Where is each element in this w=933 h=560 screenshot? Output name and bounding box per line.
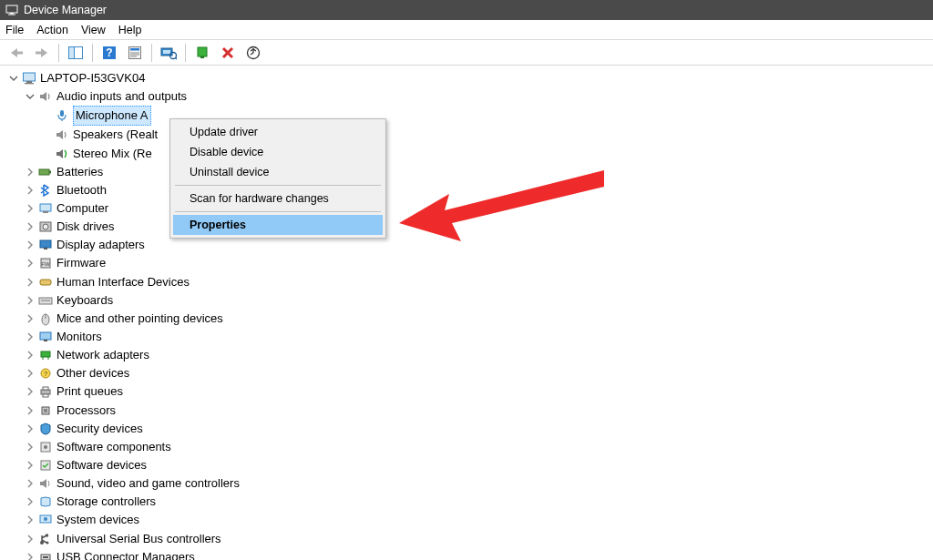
tree-category-label: Software devices (56, 456, 147, 474)
properties-toolbar-button[interactable] (124, 43, 146, 63)
chevron-right-icon[interactable] (24, 220, 36, 233)
ctx-properties[interactable]: Properties (173, 215, 383, 235)
microphone-icon (55, 108, 69, 123)
chevron-right-icon[interactable] (24, 239, 36, 251)
chevron-right-icon[interactable] (24, 459, 36, 472)
tree-category[interactable]: System devices (5, 511, 933, 529)
tree-category[interactable]: Mice and other pointing devices (5, 310, 933, 328)
chevron-right-icon[interactable] (24, 331, 36, 343)
tree-root[interactable]: LAPTOP-I53GVK04 (5, 69, 933, 87)
tree-category[interactable]: Network adapters (5, 346, 933, 364)
ctx-scan-hardware[interactable]: Scan for hardware changes (173, 188, 383, 209)
tree-category[interactable]: Display adapters (5, 236, 933, 254)
svg-rect-6 (69, 46, 75, 58)
tree-item-speakers[interactable]: ▸ Speakers (Realt (5, 126, 933, 144)
svg-rect-61 (46, 534, 48, 536)
other-icon: ? (38, 366, 53, 381)
chevron-right-icon[interactable] (24, 276, 36, 289)
tree-category[interactable]: Keyboards (5, 291, 933, 310)
tree-category[interactable]: USB Connector Managers (5, 548, 933, 560)
update-driver-button[interactable] (242, 43, 264, 63)
tree-category[interactable]: Software components (5, 438, 933, 456)
toolbar-separator (185, 44, 186, 62)
chevron-down-icon[interactable] (24, 90, 36, 103)
tree-category[interactable]: Human Interface Devices (5, 273, 933, 291)
chevron-right-icon[interactable] (24, 294, 36, 307)
tree-category[interactable]: Storage controllers (5, 493, 933, 511)
svg-rect-19 (200, 56, 204, 58)
chevron-right-icon[interactable] (24, 367, 36, 380)
tree-category[interactable]: FWFirmware (5, 254, 933, 272)
chevron-right-icon[interactable] (24, 166, 36, 178)
toolbar-separator (58, 44, 59, 62)
chevron-right-icon[interactable] (24, 312, 36, 325)
tree-category-label: Mice and other pointing devices (56, 310, 223, 328)
menu-help[interactable]: Help (118, 24, 142, 36)
enable-device-button[interactable] (191, 43, 213, 63)
tree-category[interactable]: Print queues (5, 382, 933, 401)
tree-category[interactable]: Bluetooth (5, 181, 933, 199)
window-title: Device Manager (24, 4, 107, 16)
tree-category-label: Batteries (56, 163, 103, 181)
svg-rect-25 (25, 83, 34, 84)
printer-icon (38, 384, 53, 399)
scan-hardware-button[interactable] (158, 43, 179, 63)
tree-category[interactable]: ?Other devices (5, 364, 933, 382)
tree-category-label: Monitors (56, 328, 102, 346)
chevron-right-icon[interactable] (24, 514, 36, 526)
tree-category-label: Universal Serial Bus controllers (56, 530, 221, 548)
svg-rect-26 (60, 110, 64, 117)
tree-category-label: System devices (56, 511, 139, 529)
tree-category[interactable]: Processors (5, 402, 933, 420)
tree-category-label: Human Interface Devices (56, 273, 190, 291)
tree-item-stereo-mix[interactable]: ▸ Stereo Mix (Re (5, 145, 933, 163)
tree-category[interactable]: Universal Serial Bus controllers (5, 530, 933, 548)
tree-category[interactable]: Monitors (5, 328, 933, 346)
chevron-down-icon[interactable] (7, 72, 20, 85)
mouse-icon (38, 311, 53, 326)
menu-file[interactable]: File (5, 24, 24, 36)
nav-back-button[interactable] (5, 43, 27, 63)
tree-category-label: Network adapters (56, 346, 149, 364)
tree-category-label: Sound, video and game controllers (56, 474, 240, 493)
chevron-right-icon[interactable] (24, 257, 36, 270)
computer-icon (38, 201, 53, 216)
nav-forward-button[interactable] (31, 43, 53, 63)
show-hide-tree-button[interactable] (65, 43, 87, 63)
chevron-right-icon[interactable] (24, 495, 36, 508)
help-button[interactable]: ? (98, 43, 120, 63)
ctx-update-driver[interactable]: Update driver (173, 122, 383, 142)
tree-category[interactable]: Security devices (5, 420, 933, 438)
menu-action[interactable]: Action (36, 24, 68, 36)
tree-item-microphone[interactable]: ▸ Microphone A (5, 106, 933, 126)
tree-category[interactable]: Disk drives (5, 218, 933, 236)
tree-category-audio[interactable]: Audio inputs and outputs (5, 87, 933, 106)
chevron-right-icon[interactable] (24, 184, 36, 197)
software-comp-icon (38, 440, 53, 454)
tree-item-label: Speakers (Realt (73, 126, 158, 144)
svg-rect-15 (163, 50, 170, 54)
chevron-right-icon[interactable] (24, 551, 36, 560)
ctx-disable-device[interactable]: Disable device (173, 142, 383, 162)
svg-rect-52 (43, 394, 48, 397)
svg-rect-54 (44, 409, 47, 412)
chevron-right-icon[interactable] (24, 533, 36, 545)
chevron-right-icon[interactable] (24, 202, 36, 215)
tree-category-label: Disk drives (56, 218, 115, 236)
device-tree[interactable]: LAPTOP-I53GVK04 Audio inputs and outputs… (0, 66, 933, 560)
ctx-uninstall-device[interactable]: Uninstall device (173, 162, 383, 182)
chevron-right-icon[interactable] (24, 441, 36, 453)
tree-category[interactable]: Software devices (5, 456, 933, 474)
chevron-right-icon[interactable] (24, 385, 36, 398)
chevron-right-icon[interactable] (24, 404, 36, 417)
tree-category-label: Display adapters (56, 236, 145, 254)
tree-category[interactable]: Sound, video and game controllers (5, 474, 933, 493)
ctx-separator (175, 211, 381, 212)
uninstall-device-button[interactable] (217, 43, 239, 63)
tree-category[interactable]: Computer (5, 199, 933, 218)
chevron-right-icon[interactable] (24, 423, 36, 435)
chevron-right-icon[interactable] (24, 477, 36, 490)
tree-category[interactable]: Batteries (5, 163, 933, 181)
chevron-right-icon[interactable] (24, 349, 36, 361)
menu-view[interactable]: View (81, 24, 106, 36)
